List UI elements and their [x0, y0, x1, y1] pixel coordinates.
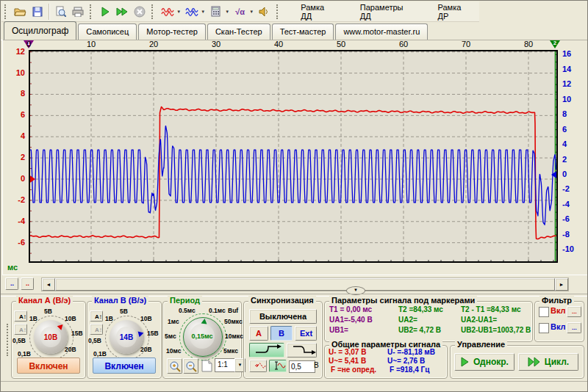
dial-label: 10В	[140, 315, 152, 322]
sync-mode-level-button[interactable]	[269, 360, 287, 372]
zoom-in-icon	[169, 360, 181, 372]
toolbar-gripper[interactable]	[276, 4, 281, 19]
run-continuous-button[interactable]	[114, 3, 132, 20]
left-axis-tick-label: 2	[4, 153, 25, 161]
horizontal-scrollbar[interactable]: ◄ ►	[41, 277, 569, 291]
x-axis-tick-label: 10	[80, 40, 102, 48]
x-axis-tick-label: 40	[268, 40, 290, 48]
channel-b-group: Канал В (В/э) А↕ А↕ 14В 5В 10В 15В 20В 1…	[87, 301, 162, 379]
sync-level-input[interactable]	[289, 360, 315, 373]
run-cycle-button[interactable]: Цикл.	[518, 353, 578, 371]
channel-b-dial: А↕ А↕ 14В 5В 10В 15В 20В 1В 0,5В 0,1В	[87, 309, 161, 360]
sync-rising-edge-button[interactable]	[249, 343, 284, 357]
auto-trigger-icon	[254, 361, 268, 370]
channel-a-autoscale-button[interactable]: А↕	[14, 311, 27, 322]
x-axis-tick-label: 80	[517, 40, 539, 48]
filter-a-label: Вкл	[551, 306, 566, 315]
math-functions-button[interactable]: √α	[232, 3, 249, 20]
calculator-dropdown[interactable]: ▼	[224, 10, 229, 14]
toolbar-gripper[interactable]	[151, 4, 156, 19]
open-file-button[interactable]	[12, 3, 29, 20]
sync-source-a-button[interactable]: А	[249, 326, 268, 341]
menu-ramka-dd[interactable]: Рамка ДД	[293, 0, 343, 23]
tab-scan-tester[interactable]: Скан-Тестер	[207, 23, 270, 40]
channel-a-dial: А↕ А↕ 10В 5В 10В 15В 20В 1В 0,5В 0,1В	[12, 309, 85, 360]
sync-source-b-button[interactable]: В	[270, 326, 293, 341]
tab-oscillograph[interactable]: Осциллограф	[4, 21, 76, 40]
channel-b-power-button[interactable]: Включен	[93, 357, 156, 374]
svg-text:+: +	[167, 8, 171, 15]
t1-value: Т1 = 0,00 мс	[329, 305, 372, 313]
channel-a-title: Канал А (В/э)	[16, 296, 73, 305]
right-axis-tick-label: -10	[562, 244, 574, 253]
dial-label: 0,1В	[93, 350, 107, 357]
time-marker-2-handle[interactable]: 2	[550, 40, 560, 48]
marker-2-options-button[interactable]: ..	[21, 277, 34, 290]
ua-delta-value: UА2-UА1=	[461, 316, 497, 324]
filter-a-more-button[interactable]: ...	[567, 306, 581, 317]
new-page-button[interactable]	[199, 358, 215, 374]
speaker-icon	[259, 7, 270, 17]
channel-a-power-button[interactable]: Включен	[17, 357, 80, 374]
scroll-left-arrow[interactable]: ◄	[42, 278, 55, 291]
scroll-right-arrow[interactable]: ►	[555, 278, 568, 291]
scrollbar-thumb[interactable]	[55, 278, 555, 291]
x-axis-tick-label: 60	[392, 40, 415, 48]
sync-mode-auto-button[interactable]	[249, 360, 267, 372]
sync-falling-edge-button[interactable]	[287, 343, 317, 357]
channel-b-settings-button[interactable]: +	[183, 3, 201, 20]
math-functions-dropdown[interactable]: ▼	[248, 10, 254, 14]
channel-a-settings-dropdown[interactable]: ▼	[176, 10, 181, 14]
sync-title: Синхронизация	[248, 296, 316, 305]
sync-state-button[interactable]: Выключена	[249, 309, 317, 324]
sync-source-ext-button[interactable]: Ext	[295, 326, 317, 341]
dial-label: 1мс	[168, 318, 179, 325]
sound-button[interactable]	[256, 3, 273, 20]
dial-label: 0.1мс	[209, 307, 226, 314]
print-preview-button[interactable]	[52, 3, 70, 20]
dial-label: 5В	[120, 308, 128, 315]
period-knob-pointer	[201, 318, 208, 324]
dial-label: 1В	[105, 315, 113, 322]
zoom-out-button[interactable]	[183, 358, 198, 374]
stop-button[interactable]	[132, 3, 149, 20]
ub-delta-value: UВ2-UВ1=1003,72 В	[461, 326, 531, 334]
dial-label: 20В	[140, 346, 152, 353]
menu-ramka-dr[interactable]: Рамка ДР	[431, 0, 480, 23]
channel-b-autoscale2-button[interactable]: А↕	[90, 324, 103, 335]
toolbar-gripper[interactable]	[90, 4, 94, 19]
menu-parametry-dd[interactable]: Параметры ДД	[353, 0, 420, 23]
left-axis-tick-label: 0	[4, 174, 25, 183]
dial-label: 5мкс	[223, 347, 238, 355]
channel-b-trace	[29, 126, 556, 225]
general-params-group: Общие параметры сигнала U- = 3,07 В U~= …	[324, 345, 448, 379]
print-button[interactable]	[69, 3, 87, 20]
calculator-button[interactable]	[207, 3, 225, 20]
marker-1-options-button[interactable]: ..	[5, 277, 18, 290]
run-once-button[interactable]: Однокр.	[454, 353, 514, 371]
tab-test-master[interactable]: Тест-мастер	[272, 23, 334, 40]
level-trigger-icon	[274, 361, 287, 370]
channel-a-settings-button[interactable]: +	[159, 3, 176, 20]
channel-a-trace	[29, 107, 556, 239]
tab-motor-tester[interactable]: Мотор-тестер	[138, 23, 206, 40]
channel-b-settings-dropdown[interactable]: ▼	[200, 10, 205, 14]
oscilloscope-plot[interactable]	[29, 50, 558, 263]
right-axis-tick-label: -4	[562, 200, 570, 208]
tab-recorder[interactable]: Самописец	[78, 23, 137, 40]
marker-2-number: 2	[552, 40, 558, 46]
filter-a-checkbox[interactable]	[539, 307, 549, 317]
filter-b-label: Вкл	[551, 322, 566, 331]
save-button[interactable]	[29, 3, 46, 20]
channel-b-title: Канал В (В/э)	[92, 296, 148, 305]
filter-b-more-button[interactable]: ...	[567, 322, 581, 333]
toolbar-gripper[interactable]	[4, 4, 9, 19]
channel-a-autoscale2-button[interactable]: А↕	[14, 324, 27, 335]
channel-b-autoscale-button[interactable]: А↕	[90, 311, 103, 322]
run-single-button[interactable]	[97, 3, 115, 20]
channel-a-value: 10В	[40, 327, 61, 347]
tab-website[interactable]: www.motor-master.ru	[335, 23, 428, 40]
zoom-in-button[interactable]	[167, 358, 182, 374]
filter-b-checkbox[interactable]	[539, 323, 549, 333]
plot-wrap: 1 2 121086420-2-4-6 1614121086420-2-4-6-…	[3, 40, 588, 275]
